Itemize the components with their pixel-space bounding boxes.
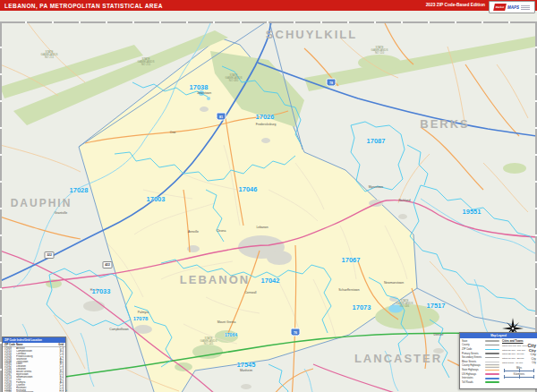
county-label: DAUPHIN xyxy=(11,197,72,209)
neatline-top xyxy=(0,21,537,23)
town-label: Cleona xyxy=(217,229,226,233)
legend-scale-bars: MilesKilometers xyxy=(502,367,536,378)
title-banner: LEBANON, PA METROPOLITAN STATISTICAL ARE… xyxy=(0,0,537,11)
county-label: LANCASTER xyxy=(354,352,442,365)
town-label: Lebanon xyxy=(256,226,268,229)
gamelands-label: STATEGAMELANDSNO 110 xyxy=(371,47,388,55)
town-label: Annville xyxy=(188,230,199,234)
zip-code-label: 17087 xyxy=(367,137,386,145)
zip-index-rows: 17003AnnvilleC-317010CampbelltownB-41701… xyxy=(3,347,65,392)
legend-city-row: Cities 2,500 - 10,000City xyxy=(502,361,536,365)
logo-mark-icon: Market xyxy=(493,4,507,11)
town-label: Manheim xyxy=(240,369,252,372)
town-label: Schaefferstown xyxy=(338,288,359,292)
gamelands-label: STATEGAMELANDSNO 211 xyxy=(138,58,155,66)
town-label: Ono xyxy=(170,131,175,134)
zip-index-table: ZIP Code Index/Grid Location ZIP Code Na… xyxy=(2,337,66,392)
map-canvas[interactable]: STATEGAMELANDSNO 211STATEGAMELANDSNO 211… xyxy=(0,11,537,392)
scale-bar-kilometers: Kilometers xyxy=(502,373,536,378)
gamelands-label: STATEGAMELANDSNO 145 xyxy=(200,337,217,345)
town-label: Cornwall xyxy=(244,291,256,294)
town-label: Jonestown xyxy=(197,91,211,95)
map-graphic xyxy=(0,11,537,392)
town-label: Grantville xyxy=(55,211,67,215)
legend-cities-title: Cities and Towns xyxy=(502,339,536,343)
edition-label: 2023 ZIP Code-Based Edition xyxy=(426,3,485,7)
scale-bar-miles: Miles xyxy=(502,367,536,371)
legend-line-items: StateCountyZIP CodePrimary StreetsSecond… xyxy=(462,339,499,385)
town-label: Richland xyxy=(398,199,410,202)
zip-code-label: 17026 xyxy=(256,113,275,121)
county-label: SCHUYLKILL xyxy=(266,28,357,41)
town-label: Mount Gretna xyxy=(217,320,236,324)
logo-maps-text: MAPS xyxy=(507,5,519,10)
zip-code-label: 17033 xyxy=(92,287,111,295)
zip-code-label: 17064 xyxy=(225,332,237,337)
legend-city-items: Cities 100,000 and AboveCityCities 50,00… xyxy=(502,344,536,365)
county-label: LEBANON xyxy=(180,273,250,286)
map-legend: Map Legend StateCountyZIP CodePrimary St… xyxy=(459,332,537,389)
town-label: Palmyra xyxy=(138,311,149,314)
route-shield-76: 76 xyxy=(291,328,301,337)
zip-code-label: 19551 xyxy=(463,208,482,216)
town-label: Myerstown xyxy=(369,185,383,189)
town-label: Fredericksburg xyxy=(256,123,277,126)
gamelands-label: STATEGAMELANDSNO 211 xyxy=(41,51,58,59)
gamelands-label: STATEGAMELANDSNO 046 xyxy=(396,300,413,308)
zip-code-label: 17545 xyxy=(237,361,256,369)
route-shield-78: 78 xyxy=(327,79,337,87)
map-page: STATEGAMELANDSNO 211STATEGAMELANDSNO 211… xyxy=(0,0,537,392)
zip-code-label: 17517 xyxy=(427,302,446,310)
zip-code-label: 17003 xyxy=(147,195,166,203)
legend-row-toll: Toll Roads xyxy=(462,380,499,385)
zip-code-label: 17067 xyxy=(342,256,361,264)
route-shield-322: 322 xyxy=(45,251,55,259)
route-shield-422: 422 xyxy=(103,261,113,268)
map-title: LEBANON, PA METROPOLITAN STATISTICAL ARE… xyxy=(0,3,163,9)
route-shield-81: 81 xyxy=(217,113,226,121)
town-label: Newmanstown xyxy=(384,281,404,285)
logo-address-lines xyxy=(521,5,530,10)
zip-code-label: 17042 xyxy=(261,277,280,285)
zip-code-label: 17073 xyxy=(353,303,371,311)
town-label: Campbelltown xyxy=(109,328,129,331)
zip-code-label: 17028 xyxy=(70,186,89,194)
publisher-logo[interactable]: Market MAPS xyxy=(489,1,535,13)
gamelands-label: STATEGAMELANDSNO 080 xyxy=(226,74,243,82)
zip-code-label: 17038 xyxy=(190,83,209,91)
town-label: Denver xyxy=(434,333,444,337)
county-label: BERKS xyxy=(420,117,470,131)
zip-code-label: 17078 xyxy=(133,316,149,321)
zip-code-label: 17046 xyxy=(239,185,258,193)
col-name: Name xyxy=(16,343,56,346)
